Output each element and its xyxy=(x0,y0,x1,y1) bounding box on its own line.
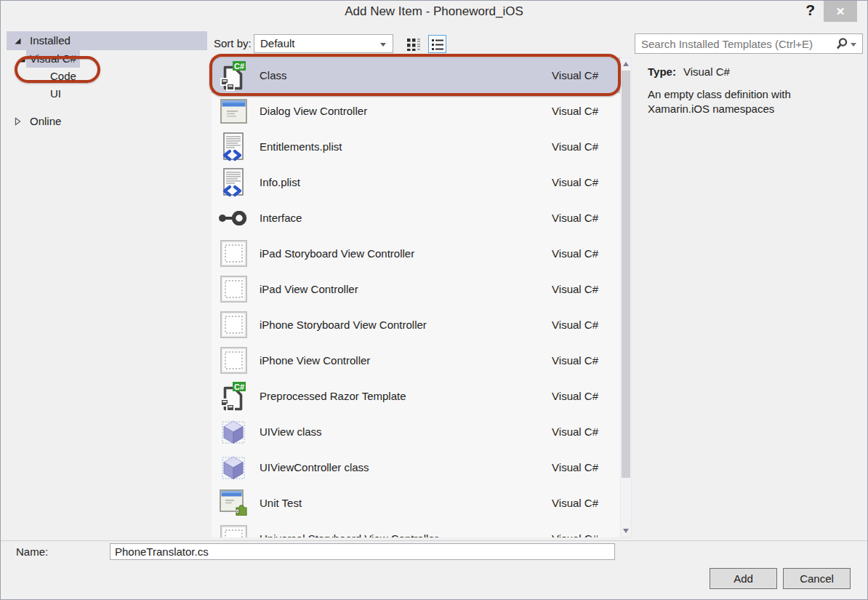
template-category: Visual C# xyxy=(552,319,598,331)
storyboard-icon xyxy=(217,347,249,374)
type-row: Type:Visual C# xyxy=(648,65,730,78)
template-item-ipad-view-controller[interactable]: iPad View ControllerVisual C# xyxy=(212,271,620,307)
template-category: Visual C# xyxy=(552,283,598,295)
template-item-iphone-storyboard-view-controller[interactable]: iPhone Storyboard View ControllerVisual … xyxy=(212,307,620,343)
footer-divider xyxy=(1,540,867,541)
sidebar-tree: InstalledVisual C#CodeUIOnline xyxy=(7,31,207,130)
template-item-entitlements-plist[interactable]: Entitlements.plistVisual C# xyxy=(212,129,620,164)
sidebar-item-installed[interactable]: Installed xyxy=(7,31,207,50)
sidebar-item-ui[interactable]: UI xyxy=(7,85,207,103)
template-item-preprocessed-razor-template[interactable]: C#Preprocessed Razor TemplateVisual C# xyxy=(212,378,620,414)
search-box xyxy=(635,33,863,54)
sort-by-dropdown[interactable]: Default xyxy=(254,34,393,53)
sidebar-item-label: Online xyxy=(30,113,61,130)
template-category: Visual C# xyxy=(552,105,598,117)
close-icon: ✕ xyxy=(836,5,845,17)
name-label: Name: xyxy=(16,545,48,558)
template-item-class[interactable]: C#ClassVisual C# xyxy=(212,57,620,93)
add-button[interactable]: Add xyxy=(710,568,777,589)
cube-icon xyxy=(217,418,249,446)
template-name: Interface xyxy=(260,212,552,224)
chevron-down-icon xyxy=(380,43,386,47)
template-category: Visual C# xyxy=(552,532,598,537)
sort-by-value: Default xyxy=(260,37,295,49)
sort-by-label: Sort by: xyxy=(214,37,252,49)
template-category: Visual C# xyxy=(552,354,598,367)
template-item-uiviewcontroller-class[interactable]: UIViewController classVisual C# xyxy=(212,449,620,485)
template-item-uiview-class[interactable]: UIView classVisual C# xyxy=(212,414,620,449)
svg-text:C#: C# xyxy=(234,382,244,391)
storyboard-icon xyxy=(217,311,249,338)
sidebar-item-label: Code xyxy=(50,68,76,85)
template-item-interface[interactable]: InterfaceVisual C# xyxy=(212,200,620,236)
template-category: Visual C# xyxy=(552,247,598,260)
template-item-universal-storyboard-view-controller[interactable]: Universal Storyboard View ControllerVisu… xyxy=(212,521,620,537)
close-button[interactable]: ✕ xyxy=(824,1,857,22)
template-item-ipad-storyboard-view-controller[interactable]: iPad Storyboard View ControllerVisual C# xyxy=(212,236,620,271)
triangle-up-icon xyxy=(623,62,629,66)
type-label: Type: xyxy=(648,65,676,78)
sidebar: InstalledVisual C#CodeUIOnline xyxy=(7,31,207,130)
triangle-down-icon xyxy=(623,529,629,533)
small-icons-view-button[interactable] xyxy=(404,35,422,53)
template-name: iPhone Storyboard View Controller xyxy=(260,319,552,331)
list-scrollbar[interactable] xyxy=(620,57,632,537)
template-name: Dialog View Controller xyxy=(260,105,552,117)
cancel-button[interactable]: Cancel xyxy=(783,568,851,589)
template-category: Visual C# xyxy=(552,497,598,509)
template-item-unit-test[interactable]: Unit TestVisual C# xyxy=(212,485,620,521)
template-item-info-plist[interactable]: Info.plistVisual C# xyxy=(212,164,620,200)
help-icon[interactable]: ? xyxy=(805,1,815,19)
template-name: Unit Test xyxy=(260,497,552,509)
csharp-class-icon: C# xyxy=(217,60,249,91)
list-view-button[interactable] xyxy=(428,35,446,53)
cube-icon xyxy=(217,454,249,481)
sidebar-item-visual-c[interactable]: Visual C# xyxy=(7,50,207,68)
template-list: C#ClassVisual C#Dialog View ControllerVi… xyxy=(212,57,620,537)
window-icon xyxy=(217,99,249,124)
template-name: Universal Storyboard View Controller xyxy=(260,532,552,537)
template-item-dialog-view-controller[interactable]: Dialog View ControllerVisual C# xyxy=(212,93,620,129)
template-name: Entitlements.plist xyxy=(260,140,552,153)
template-category: Visual C# xyxy=(552,212,598,224)
name-input[interactable] xyxy=(110,543,615,560)
sidebar-item-code[interactable]: Code xyxy=(7,68,207,85)
template-name: UIView class xyxy=(260,425,552,438)
template-name: Preprocessed Razor Template xyxy=(260,390,552,402)
svg-text:C#: C# xyxy=(234,61,244,70)
template-name: Class xyxy=(260,69,552,81)
tree-expanded-icon[interactable] xyxy=(14,31,23,50)
storyboard-icon xyxy=(217,240,249,267)
sidebar-item-online[interactable]: Online xyxy=(7,113,207,130)
tree-collapsed-icon[interactable] xyxy=(14,113,23,130)
title-bar[interactable]: Add New Item - Phoneword_iOS ? ✕ xyxy=(1,1,867,24)
storyboard-icon xyxy=(217,525,249,537)
csharp-class-icon: C# xyxy=(217,381,249,412)
sidebar-item-label: UI xyxy=(50,85,61,103)
sidebar-item-label: Installed xyxy=(30,31,71,50)
dialog-title: Add New Item - Phoneword_iOS xyxy=(1,1,867,23)
template-category: Visual C# xyxy=(552,461,598,473)
scrollbar-thumb[interactable] xyxy=(622,71,630,478)
template-name: iPad Storyboard View Controller xyxy=(260,247,552,260)
template-item-iphone-view-controller[interactable]: iPhone View ControllerVisual C# xyxy=(212,343,620,378)
sidebar-item-label: Visual C# xyxy=(26,50,80,68)
template-name: Info.plist xyxy=(260,176,552,188)
template-category: Visual C# xyxy=(552,425,598,438)
scrollbar-up-arrow[interactable] xyxy=(621,58,631,70)
add-new-item-dialog: Add New Item - Phoneword_iOS ? ✕ Install… xyxy=(0,0,868,600)
search-input[interactable] xyxy=(635,38,835,50)
search-options-chevron-icon[interactable] xyxy=(851,43,856,47)
template-category: Visual C# xyxy=(552,69,598,81)
unittest-window-icon xyxy=(217,489,249,516)
search-icon[interactable] xyxy=(835,37,849,50)
plist-icon xyxy=(217,168,249,197)
template-name: UIViewController class xyxy=(260,461,552,473)
scrollbar-down-arrow[interactable] xyxy=(621,525,631,537)
template-name: iPad View Controller xyxy=(260,283,552,295)
template-category: Visual C# xyxy=(552,390,598,402)
type-value: Visual C# xyxy=(683,65,730,78)
plist-icon xyxy=(217,132,249,161)
template-category: Visual C# xyxy=(552,176,598,188)
interface-icon xyxy=(217,211,249,225)
